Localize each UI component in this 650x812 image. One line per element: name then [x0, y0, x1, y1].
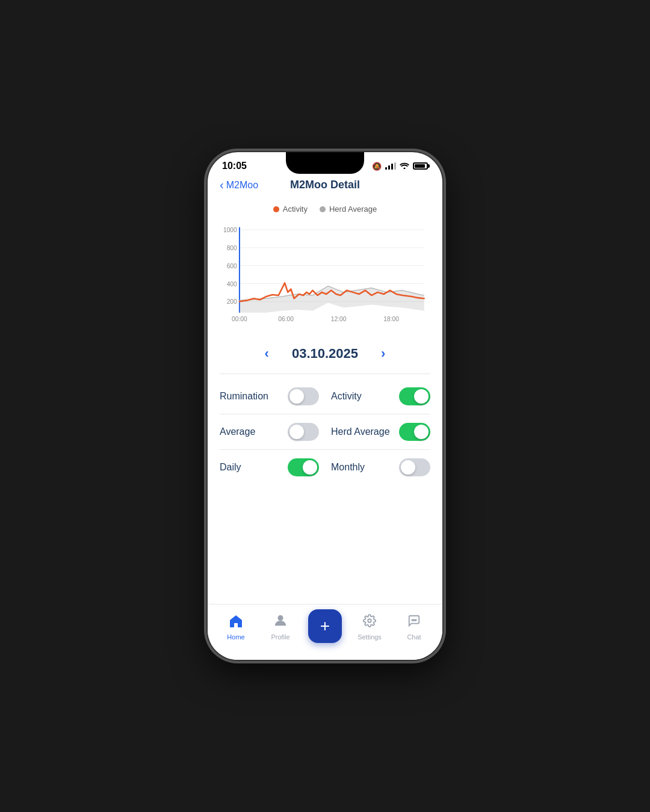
toggle-row-2: Average Herd Average — [220, 414, 430, 450]
chat-label: Chat — [407, 633, 421, 641]
settings-label: Settings — [358, 633, 382, 641]
svg-text:200: 200 — [227, 298, 237, 305]
activity-toggle-label: Activity — [331, 391, 362, 402]
monthly-toggle[interactable] — [399, 458, 430, 476]
herd-avg-label: Herd Average — [329, 205, 377, 214]
nav-item-add[interactable]: + — [307, 609, 343, 645]
toggle-herd-average: Herd Average — [319, 423, 430, 441]
bell-icon: 🔕 — [372, 162, 382, 171]
svg-text:800: 800 — [227, 245, 237, 251]
toggle-rumination: Rumination — [220, 387, 319, 405]
svg-point-18 — [413, 620, 415, 621]
chart-container: 1000 800 600 400 200 — [220, 220, 430, 328]
activity-dot — [273, 206, 279, 212]
herd-average-thumb — [414, 425, 429, 439]
svg-text:1000: 1000 — [223, 227, 237, 233]
monthly-thumb — [401, 460, 415, 475]
activity-thumb — [414, 389, 429, 404]
svg-text:06:00: 06:00 — [278, 316, 294, 322]
rumination-label: Rumination — [220, 391, 268, 402]
rumination-thumb — [289, 389, 304, 404]
average-label: Average — [220, 426, 255, 437]
back-button[interactable]: ‹ M2Moo — [220, 178, 258, 192]
svg-point-19 — [415, 620, 416, 621]
toggle-activity: Activity — [319, 387, 430, 405]
monthly-label: Monthly — [331, 462, 365, 473]
phone-frame: 10:05 🔕 ‹ M2Moo — [208, 152, 442, 660]
herd-average-toggle[interactable] — [399, 423, 430, 441]
toggle-daily: Daily — [220, 458, 319, 476]
page-title: M2Moo Detail — [290, 179, 360, 191]
status-time: 10:05 — [222, 161, 247, 171]
toggle-monthly: Monthly — [319, 458, 430, 476]
home-icon — [229, 614, 243, 631]
bottom-nav: Home Profile + Settings — [208, 604, 442, 660]
legend-activity: Activity — [273, 205, 308, 214]
svg-text:12:00: 12:00 — [331, 316, 347, 322]
nav-item-profile[interactable]: Profile — [262, 614, 299, 641]
legend-herd-avg: Herd Average — [320, 205, 377, 214]
nav-header: ‹ M2Moo M2Moo Detail — [208, 174, 442, 198]
profile-label: Profile — [271, 633, 289, 641]
average-thumb — [289, 425, 304, 439]
back-arrow-icon: ‹ — [220, 178, 224, 192]
svg-point-17 — [412, 620, 413, 621]
chart-svg: 1000 800 600 400 200 — [220, 220, 430, 328]
toggles-section: Rumination Activity Average — [220, 374, 430, 490]
status-icons: 🔕 — [372, 161, 428, 171]
chart-section: Activity Herd Average 1000 800 600 400 2… — [220, 198, 430, 334]
plus-icon: + — [320, 618, 330, 635]
person-icon — [274, 614, 287, 631]
herd-avg-dot — [320, 206, 326, 212]
svg-text:18:00: 18:00 — [383, 316, 399, 322]
rumination-toggle[interactable] — [288, 387, 319, 405]
nav-item-home[interactable]: Home — [218, 614, 254, 641]
chat-icon — [407, 614, 421, 631]
nav-item-settings[interactable]: Settings — [351, 614, 388, 641]
average-toggle[interactable] — [288, 423, 319, 441]
activity-label: Activity — [283, 205, 308, 214]
nav-item-chat[interactable]: Chat — [396, 614, 432, 641]
gear-icon — [363, 614, 376, 631]
date-display: 03.10.2025 — [292, 346, 358, 361]
chart-legend: Activity Herd Average — [220, 205, 430, 214]
battery-icon — [413, 162, 428, 170]
phone-notch — [286, 152, 364, 174]
daily-toggle[interactable] — [288, 458, 319, 476]
activity-toggle[interactable] — [399, 387, 430, 405]
add-button[interactable]: + — [308, 609, 342, 643]
toggle-row-1: Rumination Activity — [220, 379, 430, 414]
home-label: Home — [227, 633, 244, 641]
toggle-average: Average — [220, 423, 319, 441]
herd-average-label: Herd Average — [331, 426, 390, 437]
daily-thumb — [303, 460, 317, 475]
back-label: M2Moo — [226, 180, 258, 191]
next-date-button[interactable]: › — [376, 343, 390, 364]
svg-point-16 — [368, 619, 371, 623]
daily-label: Daily — [220, 462, 241, 473]
svg-text:400: 400 — [227, 281, 237, 288]
svg-point-15 — [277, 615, 283, 621]
screen-content: Activity Herd Average 1000 800 600 400 2… — [208, 198, 442, 490]
signal-icon — [385, 162, 396, 170]
toggle-row-3: Daily Monthly — [220, 450, 430, 485]
svg-text:00:00: 00:00 — [232, 316, 247, 322]
wifi-icon — [400, 161, 409, 171]
date-nav: ‹ 03.10.2025 › — [220, 334, 430, 374]
svg-text:600: 600 — [227, 263, 237, 269]
prev-date-button[interactable]: ‹ — [260, 343, 274, 364]
